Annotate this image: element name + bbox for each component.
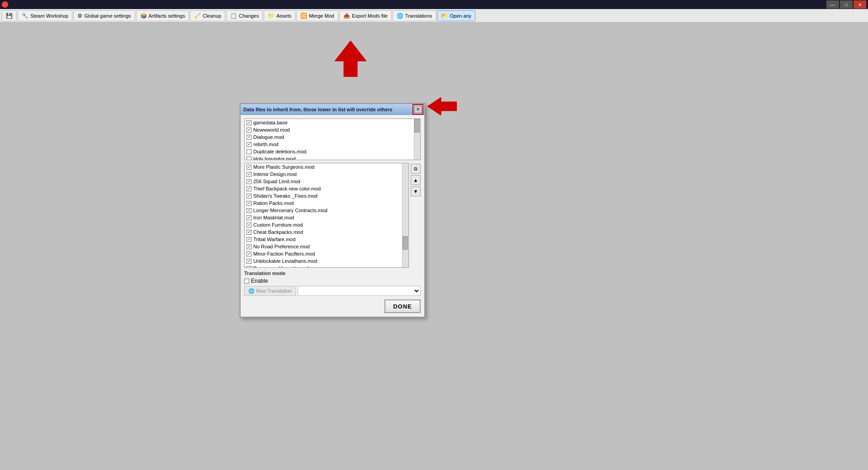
- list-item[interactable]: Dialogue.mod: [245, 133, 420, 141]
- checkbox-icon[interactable]: [247, 157, 251, 160]
- annotation-arrow-up: [335, 41, 366, 77]
- checkbox-icon[interactable]: [247, 223, 251, 228]
- move-down-button[interactable]: ▼: [411, 186, 421, 196]
- checkbox-icon[interactable]: [247, 179, 251, 184]
- checkbox-icon[interactable]: [247, 186, 251, 191]
- translation-select[interactable]: [298, 286, 421, 296]
- checkbox-icon[interactable]: [247, 128, 251, 133]
- checkbox-icon[interactable]: [247, 142, 251, 147]
- upper-list-container: gamedata.base Newwworld.mod Dialogue.mod…: [244, 119, 421, 160]
- scrollbar-thumb[interactable]: [403, 236, 408, 250]
- save-icon: 💾: [6, 13, 13, 19]
- artifacts-settings-button[interactable]: 📦 Artifacts settings: [136, 10, 190, 21]
- checkbox-icon[interactable]: [247, 172, 251, 177]
- dialog-title: Data files to inherit from, those lower …: [243, 107, 392, 112]
- list-item[interactable]: Iron MaskHat.mod: [245, 214, 408, 221]
- list-item[interactable]: Thief Backpack new color.mod: [245, 185, 408, 192]
- list-item[interactable]: Interior Design.mod: [245, 171, 408, 178]
- side-buttons: ⧉ ▲ ▼: [411, 163, 421, 268]
- dialog-titlebar: Data files to inherit from, those lower …: [241, 104, 424, 115]
- checkbox-icon[interactable]: [247, 120, 251, 125]
- list-item[interactable]: Longer Mercenary Contracts.mod: [245, 207, 408, 214]
- minimize-button[interactable]: —: [826, 0, 839, 9]
- list-item[interactable]: No Road Preference.mod: [245, 243, 408, 250]
- close-button[interactable]: ✕: [854, 0, 866, 9]
- checkbox-icon[interactable]: [247, 244, 251, 249]
- enable-checkbox[interactable]: [244, 279, 249, 284]
- list-item[interactable]: Cheat Backpacks.mod: [245, 228, 408, 236]
- list-item[interactable]: 256 Squad Limit.mod: [245, 178, 408, 185]
- list-item[interactable]: rebirth.mod: [245, 141, 420, 148]
- enable-row: Enable: [244, 278, 421, 284]
- list-item[interactable]: gamedata.base: [245, 119, 420, 126]
- svg-marker-1: [427, 97, 457, 115]
- merge-icon: 🔀: [300, 13, 307, 19]
- checkbox-icon[interactable]: [247, 165, 251, 170]
- steam-workshop-button[interactable]: 🔧 Steam Workshop: [18, 10, 72, 21]
- translations-button[interactable]: 🌐 Translations: [393, 10, 436, 21]
- lower-list-scroll[interactable]: More Plastic Surgeons.mod Interior Desig…: [245, 163, 408, 267]
- checkbox-icon[interactable]: [247, 259, 251, 264]
- titlebar-controls[interactable]: — □ ✕: [826, 0, 866, 9]
- lower-list-scrollbar[interactable]: [402, 163, 408, 267]
- list-item[interactable]: Custom Furniture.mod: [245, 221, 408, 228]
- lower-list-container: More Plastic Surgeons.mod Interior Desig…: [244, 163, 409, 268]
- upper-list-scrollbar[interactable]: [414, 119, 420, 160]
- svg-marker-0: [335, 41, 366, 77]
- open-any-icon: 📂: [441, 13, 448, 19]
- assets-button[interactable]: 📁 Assets: [264, 10, 295, 21]
- checkbox-icon[interactable]: [247, 194, 251, 199]
- list-item[interactable]: Ration Packs.mod: [245, 199, 408, 207]
- cleanup-icon: 🧹: [194, 13, 201, 19]
- titlebar-left: [2, 1, 8, 8]
- changes-button[interactable]: 📋 Changes: [226, 10, 263, 21]
- new-translation-label: New Translation: [256, 288, 292, 294]
- export-mods-button[interactable]: 📤 Export Mods file: [339, 10, 392, 21]
- list-item[interactable]: Shidan's Tweaks _Fixes.mod: [245, 192, 408, 199]
- app-icon: [2, 1, 8, 8]
- dialog-close-button[interactable]: ✕: [414, 106, 422, 113]
- done-row: DONE: [244, 299, 421, 313]
- maximize-button[interactable]: □: [840, 0, 853, 9]
- steam-icon: 🔧: [22, 13, 28, 19]
- list-item[interactable]: Holy Inquisitor.mod: [245, 155, 420, 160]
- checkbox-icon[interactable]: [247, 215, 251, 220]
- lower-list-area: More Plastic Surgeons.mod Interior Desig…: [244, 163, 421, 268]
- list-item[interactable]: Dangerous Hazards.mod: [245, 265, 408, 267]
- checkbox-icon[interactable]: [247, 208, 251, 213]
- new-translation-button[interactable]: 🌐 New Translation: [244, 286, 296, 296]
- list-item[interactable]: Newwworld.mod: [245, 126, 420, 133]
- list-item[interactable]: Unblockable Leviathans.mod: [245, 257, 408, 265]
- merge-mod-button[interactable]: 🔀 Merge Mod: [296, 10, 338, 21]
- checkbox-icon[interactable]: [247, 230, 251, 235]
- list-item[interactable]: More Plastic Surgeons.mod: [245, 163, 408, 171]
- settings-icon: ⚙: [77, 13, 82, 19]
- changes-icon: 📋: [230, 13, 237, 19]
- dialog: Data files to inherit from, those lower …: [240, 103, 425, 318]
- list-item[interactable]: Minor Faction Pacifiers.mod: [245, 250, 408, 257]
- export-icon: 📤: [343, 13, 350, 19]
- main-area: Data files to inherit from, those lower …: [0, 23, 868, 470]
- artifacts-icon: 📦: [140, 13, 147, 19]
- save-button[interactable]: 💾: [2, 10, 17, 21]
- translation-mode-section: Translation mode Enable 🌐 New Translatio…: [244, 271, 421, 296]
- checkbox-icon[interactable]: [247, 266, 251, 268]
- checkbox-icon[interactable]: [247, 149, 251, 154]
- copy-button[interactable]: ⧉: [411, 164, 421, 174]
- checkbox-icon[interactable]: [247, 252, 251, 256]
- move-up-button[interactable]: ▲: [411, 175, 421, 185]
- upper-list-scroll[interactable]: gamedata.base Newwworld.mod Dialogue.mod…: [245, 119, 420, 160]
- annotation-arrow-left: [427, 97, 457, 115]
- translation-controls: 🌐 New Translation: [244, 286, 421, 296]
- translation-mode-label: Translation mode: [244, 271, 421, 276]
- list-item[interactable]: Duplicate deletions.mod: [245, 148, 420, 155]
- done-button[interactable]: DONE: [384, 299, 421, 313]
- scrollbar-thumb[interactable]: [414, 119, 420, 133]
- cleanup-button[interactable]: 🧹 Cleanup: [190, 10, 225, 21]
- checkbox-icon[interactable]: [247, 237, 251, 242]
- list-item[interactable]: Tribal Warfare.mod: [245, 236, 408, 243]
- global-game-settings-button[interactable]: ⚙ Global game settings: [73, 10, 135, 21]
- open-any-button[interactable]: 📂 Open any: [437, 10, 475, 21]
- checkbox-icon[interactable]: [247, 201, 251, 206]
- checkbox-icon[interactable]: [247, 135, 251, 140]
